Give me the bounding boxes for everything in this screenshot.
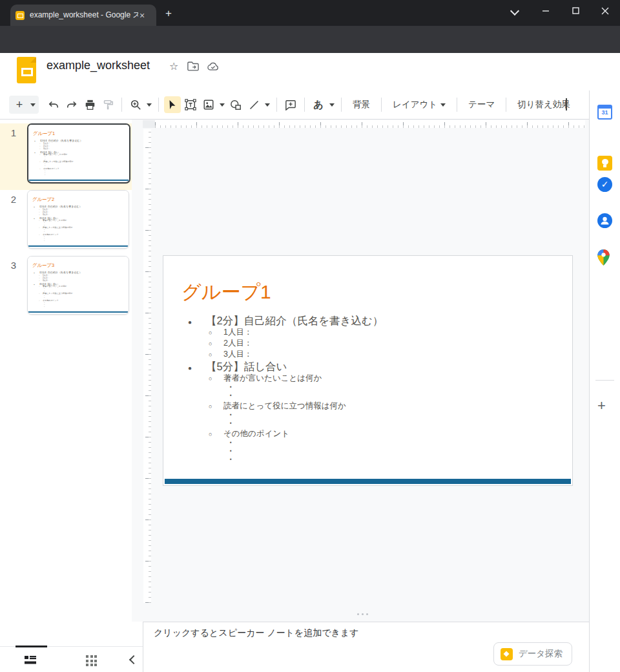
calendar-icon[interactable]: 31 — [597, 105, 612, 120]
slide-canvas: グループ1●【2分】自己紹介（氏名を書き込む）○1人目：○2人目：○3人目：●【… — [143, 120, 589, 622]
insert-line-icon[interactable] — [245, 96, 262, 113]
zoom-caret-icon[interactable] — [145, 96, 154, 113]
window-close-icon[interactable] — [590, 0, 620, 21]
contacts-icon[interactable] — [597, 213, 612, 228]
slide-accent-bar — [28, 311, 128, 313]
bullet-line: ○その他のポイント — [163, 428, 572, 439]
bullet-line: ○2人目： — [163, 338, 572, 349]
view-switcher-bar — [0, 646, 143, 672]
slide-body: ●【2分】自己紹介（氏名を書き込む）○1人目：○2人目：○3人目：●【5分】話し… — [28, 205, 129, 242]
explore-button[interactable]: データ探索 — [493, 642, 572, 666]
slide-thumbnail[interactable]: グループ3●【2分】自己紹介（氏名を書き込む）○1人目：○2人目：○3人目：●【… — [27, 256, 129, 315]
slide-editor[interactable]: グループ1●【2分】自己紹介（氏名を書き込む）○1人目：○2人目：○3人目：●【… — [163, 255, 573, 486]
bullet-line: ▪ — [163, 392, 572, 401]
slide-thumbnail-content: グループ2●【2分】自己紹介（氏名を書き込む）○1人目：○2人目：○3人目：●【… — [28, 191, 129, 247]
browser-tab[interactable]: example_worksheet - Google スラ × — [10, 5, 156, 26]
slide-thumbnail-row[interactable]: 3グループ3●【2分】自己紹介（氏名を書き込む）○1人目：○2人目：○3人目：●… — [0, 256, 132, 322]
filmstrip-view-icon[interactable] — [24, 655, 37, 668]
app-header: example_worksheet ☆ ファイル 編集 表示 挿入 表示形式 ス… — [0, 53, 620, 90]
speaker-notes-panel[interactable]: クリックするとスピーカー ノートを追加できます データ探索 — [143, 622, 589, 672]
slide-number: 2 — [0, 190, 27, 257]
notes-placeholder[interactable]: クリックするとスピーカー ノートを追加できます — [154, 627, 358, 639]
maps-icon[interactable] — [597, 249, 612, 264]
slides-toolbar: + あ 背景 レイアウト テーマ 切り替え効果 — [0, 90, 589, 120]
bullet-line: ○著者が言いたいことは何か — [163, 373, 572, 384]
explore-label: データ探索 — [519, 648, 563, 660]
insert-comment-icon[interactable] — [282, 96, 299, 113]
star-document-icon[interactable]: ☆ — [169, 60, 178, 72]
slide-body: ●【2分】自己紹介（氏名を書き込む）○1人目：○2人目：○3人目：●【5分】話し… — [28, 271, 129, 308]
slide-accent-bar — [165, 479, 571, 484]
plus-icon: + — [11, 96, 28, 113]
input-tools-button[interactable]: あ — [310, 96, 327, 113]
ruler-corner — [143, 120, 155, 128]
background-button[interactable]: 背景 — [346, 96, 377, 113]
window-maximize-icon[interactable] — [561, 0, 590, 21]
browser-toolbar: docs.google.com/presentation/d/ ☆ シークレット… — [0, 26, 620, 53]
line-caret-icon[interactable] — [263, 96, 272, 113]
slide-body: ●【2分】自己紹介（氏名を書き込む）○1人目：○2人目：○3人目：●【5分】話し… — [28, 139, 129, 176]
bullet-line: ▪ — [163, 448, 572, 456]
cloud-saved-icon[interactable] — [207, 62, 219, 74]
window-chevron-icon[interactable] — [500, 0, 530, 21]
select-tool-icon[interactable] — [164, 96, 181, 113]
insert-image-icon[interactable] — [200, 96, 217, 113]
layout-button[interactable]: レイアウト — [386, 96, 452, 113]
slide-accent-bar — [28, 180, 129, 181]
slide-title: グループ2 — [32, 196, 54, 203]
vertical-ruler — [143, 129, 151, 603]
explore-icon — [501, 648, 513, 660]
slide-thumbnail-row[interactable]: 2グループ2●【2分】自己紹介（氏名を書き込む）○1人目：○2人目：○3人目：●… — [0, 190, 132, 257]
move-folder-icon[interactable] — [187, 61, 199, 74]
text-box-icon[interactable] — [182, 96, 199, 113]
document-title[interactable]: example_worksheet — [46, 59, 150, 72]
slide-title: グループ1 — [33, 131, 55, 137]
collapse-filmstrip-icon[interactable] — [126, 652, 141, 667]
layout-caret-icon — [440, 103, 446, 107]
browser-tab-bar: example_worksheet - Google スラ × + — [0, 0, 620, 26]
window-minimize-icon[interactable] — [531, 0, 561, 21]
new-tab-button[interactable]: + — [165, 8, 172, 19]
keep-icon[interactable] — [597, 156, 612, 171]
bullet-line: ○1人目： — [163, 327, 572, 338]
bullet-line: ▪ — [163, 412, 572, 420]
filmstrip-panel: 1グループ1●【2分】自己紹介（氏名を書き込む）○1人目：○2人目：○3人目：●… — [0, 120, 143, 646]
bullet-line: ○読者にとって役に立つ情報は何か — [163, 401, 572, 412]
hide-menus-chevron-icon[interactable] — [566, 98, 567, 110]
print-icon[interactable] — [81, 96, 98, 113]
insert-shape-icon[interactable] — [227, 96, 244, 113]
new-slide-caret-icon — [28, 96, 37, 113]
slide-thumbnail-content: グループ3●【2分】自己紹介（氏名を書き込む）○1人目：○2人目：○3人目：●【… — [28, 257, 129, 313]
bullet-line: ●【5分】話し合い — [163, 360, 572, 373]
bullet-line: ●【2分】自己紹介（氏名を書き込む） — [163, 314, 572, 327]
input-tools-caret-icon[interactable] — [327, 96, 336, 113]
slide-thumbnail-row[interactable]: 1グループ1●【2分】自己紹介（氏名を書き込む）○1人目：○2人目：○3人目：●… — [0, 123, 132, 190]
tasks-icon[interactable]: ✓ — [597, 177, 612, 192]
slide-number: 3 — [0, 256, 27, 322]
grid-view-icon[interactable] — [86, 655, 97, 666]
undo-icon[interactable] — [45, 96, 62, 113]
bullet-line: ▪ — [28, 174, 129, 176]
zoom-icon[interactable] — [127, 96, 144, 113]
redo-icon[interactable] — [63, 96, 80, 113]
theme-button[interactable]: テーマ — [462, 96, 501, 113]
slide-thumbnail[interactable]: グループ2●【2分】自己紹介（氏名を書き込む）○1人目：○2人目：○3人目：●【… — [27, 190, 129, 249]
bullet-line: ▪ — [28, 306, 129, 308]
slide-number: 1 — [0, 123, 27, 190]
notes-resize-handle[interactable] — [357, 613, 368, 615]
new-slide-button[interactable]: + — [9, 96, 39, 114]
add-addon-icon[interactable]: + — [597, 397, 606, 414]
layout-label: レイアウト — [393, 99, 437, 110]
image-caret-icon[interactable] — [218, 96, 227, 113]
slide-thumbnail[interactable]: グループ1●【2分】自己紹介（氏名を書き込む）○1人目：○2人目：○3人目：●【… — [27, 123, 130, 184]
horizontal-ruler — [155, 120, 585, 128]
google-side-panel: 31 ✓ + — [589, 90, 620, 672]
slide-body[interactable]: ●【2分】自己紹介（氏名を書き込む）○1人目：○2人目：○3人目：●【5分】話し… — [163, 314, 572, 465]
slide-content: グループ1●【2分】自己紹介（氏名を書き込む）○1人目：○2人目：○3人目：●【… — [163, 256, 572, 485]
slide-title: グループ3 — [32, 262, 54, 269]
tab-close-icon[interactable]: × — [140, 10, 145, 21]
slides-favicon — [16, 11, 25, 20]
side-panel-divider — [595, 380, 614, 381]
slides-logo-icon[interactable] — [17, 57, 36, 83]
slide-title[interactable]: グループ1 — [181, 279, 271, 306]
